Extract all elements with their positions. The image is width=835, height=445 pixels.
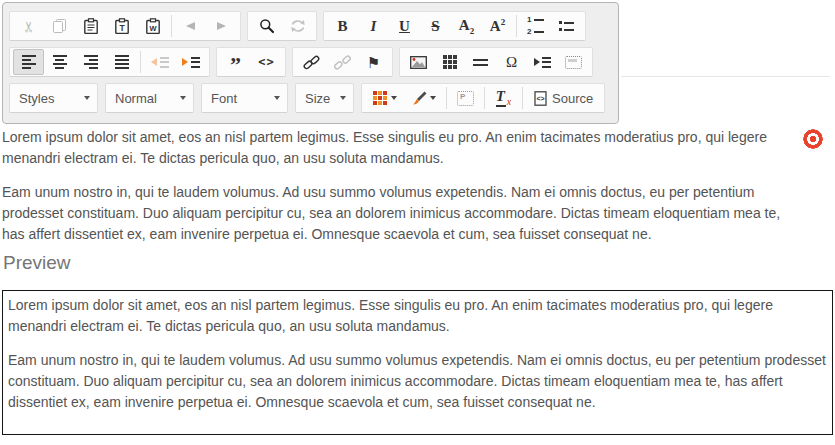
toolbar-row-2: ” <>	[9, 47, 612, 77]
chevron-down-icon	[430, 96, 436, 100]
omega-icon: Ω	[506, 55, 517, 70]
superscript-icon: A2	[490, 17, 505, 35]
numbered-list-button[interactable]: 1 2	[520, 13, 551, 39]
iframe-icon	[565, 56, 582, 69]
image-icon	[410, 56, 427, 69]
strikethrough-icon: S	[431, 19, 439, 34]
chevron-down-icon	[340, 96, 346, 100]
background-color-button[interactable]	[404, 85, 443, 111]
bulleted-list-button[interactable]	[551, 13, 582, 39]
styles-dropdown[interactable]: Styles	[9, 83, 98, 113]
toolbar-separator	[171, 15, 172, 37]
underline-button[interactable]: U	[389, 13, 420, 39]
svg-text:T: T	[119, 23, 125, 33]
source-button-label: Source	[552, 91, 593, 106]
toolbar-row-1: ✂ T	[9, 11, 612, 41]
record-target-icon[interactable]	[803, 129, 823, 149]
find-button[interactable]	[251, 13, 282, 39]
preview-box: Lorem ipsum dolor sit amet, eos an nisl …	[2, 290, 833, 435]
editor-boundary-line	[621, 76, 830, 77]
show-blocks-button[interactable]: P	[450, 85, 481, 111]
editor-paragraph: Lorem ipsum dolor sit amet, eos an nisl …	[2, 127, 798, 169]
table-icon	[443, 55, 457, 69]
source-button[interactable]: <> Source	[526, 85, 601, 111]
paste-from-word-button[interactable]: W	[137, 13, 168, 39]
toolbar-separator	[484, 87, 485, 109]
italic-button[interactable]: I	[358, 13, 389, 39]
toolbar-row-3: Styles Normal Font Size	[9, 83, 612, 113]
strikethrough-button[interactable]: S	[420, 13, 451, 39]
paste-icon	[84, 18, 98, 34]
paste-from-word-icon: W	[146, 18, 160, 34]
styles-dropdown-value: Styles	[19, 91, 54, 106]
chevron-down-icon	[180, 96, 186, 100]
cut-button: ✂	[13, 13, 44, 39]
blocks-group: ” <>	[216, 47, 286, 77]
text-color-icon	[373, 91, 387, 105]
superscript-button[interactable]: A2	[482, 13, 513, 39]
paste-plain-text-icon: T	[115, 18, 129, 34]
blockquote-button[interactable]: ”	[220, 49, 251, 75]
align-right-button[interactable]	[75, 49, 106, 75]
horizontal-rule-button[interactable]	[465, 49, 496, 75]
table-button[interactable]	[434, 49, 465, 75]
font-dropdown[interactable]: Font	[201, 83, 288, 113]
font-dropdown-value: Font	[211, 91, 237, 106]
link-icon	[303, 54, 320, 71]
page-break-button[interactable]	[527, 49, 558, 75]
editor-content-area[interactable]: Lorem ipsum dolor sit amet, eos an nisl …	[2, 127, 798, 258]
links-group: ⚑	[292, 47, 393, 77]
bold-button[interactable]: B	[327, 13, 358, 39]
replace-button	[282, 13, 313, 39]
cut-icon: ✂	[21, 20, 36, 33]
subscript-icon: A2	[459, 16, 474, 36]
toolbar-separator	[522, 87, 523, 109]
text-color-button[interactable]	[365, 85, 404, 111]
blockquote-icon: ”	[230, 59, 241, 71]
unlink-button	[327, 49, 358, 75]
increase-indent-button[interactable]	[175, 49, 206, 75]
colors-tools-group: P Tx <> Source	[361, 83, 605, 113]
paste-button[interactable]	[75, 13, 106, 39]
align-left-icon	[22, 55, 36, 69]
format-dropdown[interactable]: Normal	[105, 83, 194, 113]
increase-indent-icon	[182, 57, 200, 68]
copy-button	[44, 13, 75, 39]
clipboard-group: ✂ T	[9, 11, 241, 41]
preview-paragraph: Lorem ipsum dolor sit amet, eos an nisl …	[8, 295, 827, 337]
numbered-list-icon: 1 2	[527, 16, 544, 36]
code-snippet-button[interactable]: <>	[251, 49, 282, 75]
editor-paragraph: Eam unum nostro in, qui te laudem volumu…	[2, 182, 798, 245]
size-dropdown[interactable]: Size	[295, 83, 354, 113]
rich-text-editor-toolbar: ✂ T	[2, 2, 619, 124]
special-character-button[interactable]: Ω	[496, 49, 527, 75]
paragraph-group	[9, 47, 210, 77]
underline-icon: U	[399, 19, 410, 34]
anchor-button[interactable]: ⚑	[358, 49, 389, 75]
undo-button	[175, 13, 206, 39]
iframe-button[interactable]	[558, 49, 589, 75]
redo-icon	[217, 22, 226, 30]
preview-paragraph: Eam unum nostro in, qui te laudem volumu…	[8, 350, 827, 413]
format-dropdown-value: Normal	[115, 91, 157, 106]
undo-icon	[186, 22, 195, 30]
paste-plain-text-button[interactable]: T	[106, 13, 137, 39]
search-icon	[259, 18, 275, 34]
page-break-icon	[534, 57, 551, 68]
copy-icon	[52, 18, 67, 34]
align-center-button[interactable]	[44, 49, 75, 75]
decrease-indent-button	[144, 49, 175, 75]
svg-text:W: W	[149, 24, 157, 33]
chevron-down-icon	[274, 96, 280, 100]
remove-format-button[interactable]: Tx	[488, 85, 519, 111]
bold-icon: B	[337, 19, 347, 34]
image-button[interactable]	[403, 49, 434, 75]
code-icon: <>	[258, 55, 274, 69]
redo-button	[206, 13, 237, 39]
bulleted-list-icon	[559, 21, 574, 31]
subscript-button[interactable]: A2	[451, 13, 482, 39]
link-button[interactable]	[296, 49, 327, 75]
justify-icon	[115, 55, 129, 69]
align-left-button[interactable]	[13, 49, 44, 75]
justify-button[interactable]	[106, 49, 137, 75]
